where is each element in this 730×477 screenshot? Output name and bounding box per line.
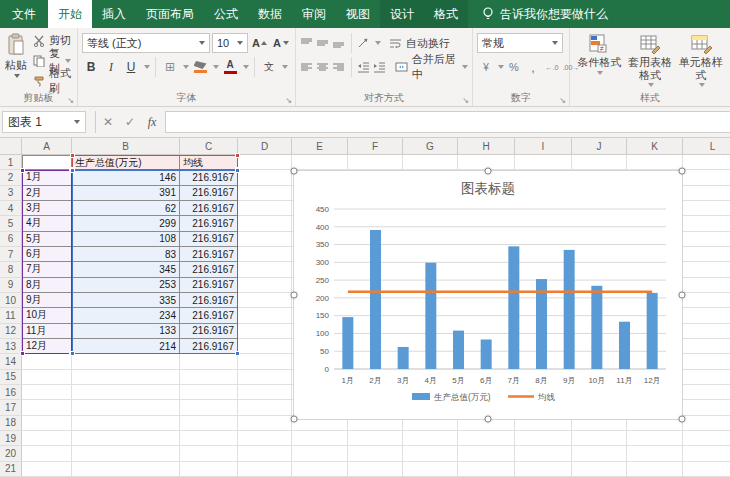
row-header-6[interactable]: 6 [0, 232, 22, 247]
cell-B9[interactable]: 253 [72, 278, 180, 293]
cell-L6[interactable] [683, 232, 730, 247]
tell-me-box[interactable]: 告诉我你想要做什么 [472, 0, 618, 28]
column-header-G[interactable]: G [403, 138, 458, 155]
fill-color-caret-icon[interactable] [213, 65, 219, 69]
cell-A1[interactable] [22, 155, 72, 170]
cell-D14[interactable] [238, 354, 292, 369]
ribbon-tab-1[interactable]: 文件 [0, 0, 48, 28]
row-header-1[interactable]: 1 [0, 155, 22, 170]
cell-L11[interactable] [683, 308, 730, 323]
cell-C16[interactable] [180, 385, 238, 400]
font-dialog-launcher[interactable]: ↘ [285, 96, 292, 105]
cell-A5[interactable]: 4月 [22, 216, 72, 231]
row-header-2[interactable]: 2 [0, 170, 22, 185]
cell-E1[interactable] [292, 155, 348, 170]
cell-D9[interactable] [238, 278, 292, 293]
borders-caret-icon[interactable] [183, 65, 189, 69]
cell-A16[interactable] [22, 385, 72, 400]
cell-D4[interactable] [238, 201, 292, 216]
cell-D2[interactable] [238, 170, 292, 185]
cell-C21[interactable] [180, 462, 238, 477]
underline-button[interactable]: U [122, 57, 140, 77]
column-header-E[interactable]: E [292, 138, 348, 155]
align-left-icon[interactable] [300, 60, 314, 74]
row-header-10[interactable]: 10 [0, 293, 22, 308]
cell-A21[interactable] [22, 462, 72, 477]
row-header-19[interactable]: 19 [0, 431, 22, 446]
accounting-caret-icon[interactable] [498, 65, 504, 69]
column-header-A[interactable]: A [22, 138, 72, 155]
row-header-21[interactable]: 21 [0, 462, 22, 477]
column-header-B[interactable]: B [72, 138, 180, 155]
merge-center-button[interactable]: 合并后居中 [395, 52, 468, 82]
cell-C5[interactable]: 216.9167 [180, 216, 238, 231]
cell-E21[interactable] [292, 462, 348, 477]
align-right-icon[interactable] [332, 60, 346, 74]
cell-D11[interactable] [238, 308, 292, 323]
cell-H20[interactable] [458, 446, 515, 461]
align-top-icon[interactable] [300, 36, 314, 50]
cell-L7[interactable] [683, 247, 730, 262]
column-header-L[interactable]: L [683, 138, 730, 155]
cell-F20[interactable] [348, 446, 403, 461]
column-header-F[interactable]: F [348, 138, 403, 155]
cell-A8[interactable]: 7月 [22, 262, 72, 277]
cell-J19[interactable] [572, 431, 627, 446]
cell-L17[interactable] [683, 400, 730, 415]
cell-D7[interactable] [238, 247, 292, 262]
borders-button[interactable]: ⊞ [161, 57, 179, 77]
cell-B3[interactable]: 391 [72, 186, 180, 201]
orientation-caret-icon[interactable] [375, 41, 381, 45]
formula-input[interactable] [165, 111, 730, 133]
cell-L12[interactable] [683, 324, 730, 339]
cell-B6[interactable]: 108 [72, 232, 180, 247]
cell-B1[interactable]: 生产总值(万元) [72, 155, 180, 170]
underline-caret-icon[interactable] [144, 65, 150, 69]
row-header-7[interactable]: 7 [0, 247, 22, 262]
row-header-20[interactable]: 20 [0, 446, 22, 461]
cell-L3[interactable] [683, 186, 730, 201]
cell-A14[interactable] [22, 354, 72, 369]
cell-G19[interactable] [403, 431, 458, 446]
cell-G1[interactable] [403, 155, 458, 170]
cell-L2[interactable] [683, 170, 730, 185]
cell-B2[interactable]: 146 [72, 170, 180, 185]
ribbon-tab-10[interactable]: 格式 [424, 0, 468, 28]
cell-C14[interactable] [180, 354, 238, 369]
cell-D12[interactable] [238, 324, 292, 339]
row-header-17[interactable]: 17 [0, 400, 22, 415]
cell-C19[interactable] [180, 431, 238, 446]
cell-D16[interactable] [238, 385, 292, 400]
cell-L4[interactable] [683, 201, 730, 216]
ribbon-tab-3[interactable]: 插入 [92, 0, 136, 28]
chart-handle[interactable] [679, 292, 686, 299]
cell-B15[interactable] [72, 370, 180, 385]
chart-handle[interactable] [679, 416, 686, 423]
row-header-11[interactable]: 11 [0, 308, 22, 323]
cell-A7[interactable]: 6月 [22, 247, 72, 262]
ribbon-tab-8[interactable]: 视图 [336, 0, 380, 28]
cell-D20[interactable] [238, 446, 292, 461]
cell-D3[interactable] [238, 186, 292, 201]
row-header-3[interactable]: 3 [0, 186, 22, 201]
comma-style-button[interactable]: , [524, 57, 542, 77]
cell-A10[interactable]: 9月 [22, 293, 72, 308]
column-header-K[interactable]: K [627, 138, 683, 155]
cell-D6[interactable] [238, 232, 292, 247]
cell-I21[interactable] [515, 462, 572, 477]
cell-L20[interactable] [683, 446, 730, 461]
wrap-text-button[interactable]: 自动换行 [389, 36, 450, 51]
cell-I1[interactable] [515, 155, 572, 170]
cell-D15[interactable] [238, 370, 292, 385]
cell-A15[interactable] [22, 370, 72, 385]
cell-C7[interactable]: 216.9167 [180, 247, 238, 262]
cell-H21[interactable] [458, 462, 515, 477]
cell-D10[interactable] [238, 293, 292, 308]
cell-L13[interactable] [683, 339, 730, 354]
chart-handle[interactable] [485, 168, 492, 175]
cell-A4[interactable]: 3月 [22, 201, 72, 216]
cell-C3[interactable]: 216.9167 [180, 186, 238, 201]
alignment-dialog-launcher[interactable]: ↘ [462, 96, 469, 105]
cell-A2[interactable]: 1月 [22, 170, 72, 185]
cell-L18[interactable] [683, 416, 730, 431]
